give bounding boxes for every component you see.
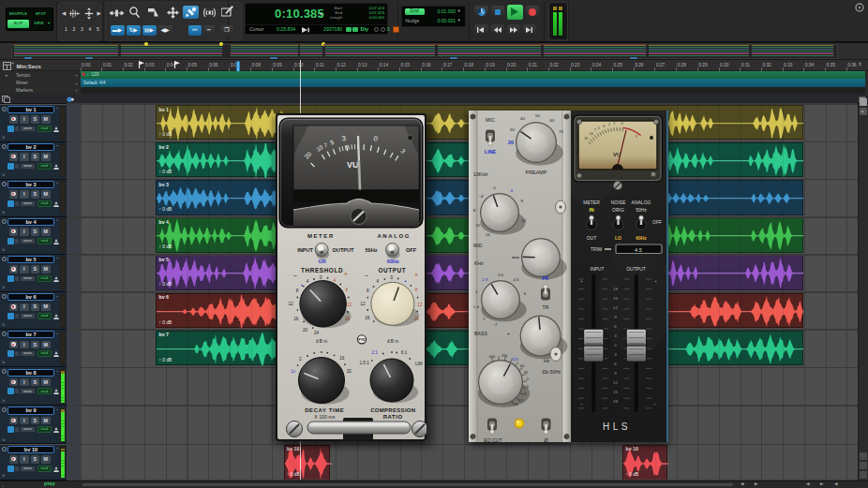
- svg-text:4.5: 4.5: [514, 277, 520, 282]
- svg-text:18: 18: [613, 399, 618, 404]
- svg-text:+: +: [344, 271, 348, 277]
- svg-text:LIM: LIM: [415, 362, 423, 366]
- svg-text:NOISE: NOISE: [611, 200, 626, 205]
- svg-text:0: 0: [621, 122, 623, 126]
- svg-text:60Hz: 60Hz: [387, 259, 399, 264]
- svg-text:2: 2: [299, 357, 302, 362]
- svg-text:OFF: OFF: [406, 247, 417, 253]
- svg-text:4: 4: [376, 279, 379, 284]
- svg-text:2 8: 2 8: [482, 277, 488, 282]
- svg-text:▲: ▲: [404, 279, 408, 283]
- svg-text:0: 0: [391, 275, 394, 280]
- svg-text:–: –: [580, 401, 583, 407]
- svg-text:PYE: PYE: [359, 338, 367, 342]
- svg-text:4.5: 4.5: [635, 247, 642, 253]
- svg-text:EQ CUT: EQ CUT: [484, 437, 502, 442]
- svg-text:+: +: [654, 278, 657, 284]
- svg-text:20: 20: [508, 140, 514, 145]
- svg-text:250: 250: [501, 353, 508, 358]
- svg-text:ORIG: ORIG: [612, 207, 624, 213]
- svg-text:20: 20: [303, 328, 308, 333]
- svg-text:Hz: Hz: [544, 358, 550, 363]
- svg-text:d B m: d B m: [316, 339, 327, 344]
- svg-text:PREAMP: PREAMP: [526, 170, 547, 175]
- svg-text:OUTPUT: OUTPUT: [333, 247, 355, 253]
- svg-text:12: 12: [613, 380, 618, 385]
- svg-text:10: 10: [590, 132, 593, 136]
- svg-text:COMPRESSION: COMPRESSION: [370, 407, 415, 413]
- svg-text:16: 16: [339, 356, 345, 361]
- svg-text:35: 35: [524, 370, 529, 375]
- svg-text:5: 5: [598, 126, 600, 130]
- svg-text:2:1: 2:1: [372, 350, 379, 355]
- svg-text:OUTPUT: OUTPUT: [626, 266, 646, 272]
- svg-text:TRIM: TRIM: [591, 246, 602, 252]
- svg-text:VU: VU: [347, 160, 359, 170]
- svg-text:12: 12: [360, 302, 366, 306]
- svg-text:18: 18: [613, 287, 618, 291]
- svg-text:INPUT: INPUT: [297, 247, 313, 253]
- svg-text:RATIO: RATIO: [383, 414, 403, 420]
- svg-text:1x: 1x: [291, 369, 296, 374]
- svg-text:X 100 ms: X 100 ms: [314, 414, 335, 420]
- svg-text:LO: LO: [615, 235, 621, 241]
- svg-text:OFF: OFF: [652, 219, 662, 225]
- svg-text:40: 40: [520, 116, 525, 121]
- svg-text:15: 15: [613, 390, 618, 394]
- svg-text:60: 60: [550, 118, 555, 123]
- svg-text:1.4: 1.4: [473, 304, 480, 309]
- svg-text:BASS: BASS: [474, 331, 487, 336]
- svg-text:KHz: KHz: [474, 260, 484, 266]
- svg-text:HLS: HLS: [603, 421, 631, 432]
- svg-text:–: –: [653, 401, 656, 407]
- svg-text:8: 8: [367, 288, 369, 293]
- svg-text:16: 16: [486, 232, 490, 237]
- svg-text:8: 8: [345, 288, 348, 292]
- svg-text:IN: IN: [590, 207, 594, 213]
- svg-text:3.5: 3.5: [498, 273, 504, 277]
- svg-text:d B m: d B m: [387, 339, 398, 344]
- svg-text:12: 12: [289, 302, 294, 306]
- svg-text:4: 4: [333, 278, 336, 283]
- svg-text:24: 24: [314, 331, 320, 335]
- svg-text:METER: METER: [583, 200, 600, 205]
- svg-text:OUT: OUT: [587, 235, 597, 241]
- svg-text:-7: -7: [493, 322, 497, 327]
- svg-text:ANALOG: ANALOG: [377, 233, 411, 239]
- svg-text:60Hz: 60Hz: [636, 235, 647, 241]
- svg-text:12: 12: [613, 305, 618, 310]
- svg-text:12: 12: [417, 303, 423, 307]
- svg-text:3: 3: [603, 125, 605, 128]
- svg-text:INPUT: INPUT: [591, 266, 605, 272]
- svg-text:Ø: Ø: [544, 437, 548, 442]
- svg-text:32: 32: [347, 369, 352, 374]
- svg-text:TR: TR: [543, 304, 549, 310]
- svg-text:1: 1: [613, 122, 615, 126]
- svg-text:−: −: [365, 273, 368, 279]
- svg-text:+: +: [580, 278, 583, 284]
- svg-text:70: 70: [559, 129, 563, 134]
- svg-text:THRESHOLD: THRESHOLD: [301, 267, 343, 274]
- svg-text:METER: METER: [307, 233, 335, 239]
- svg-text:MID: MID: [473, 243, 483, 248]
- svg-text:GR: GR: [318, 259, 325, 264]
- svg-text:400: 400: [489, 354, 496, 359]
- svg-text:30: 30: [510, 127, 515, 132]
- svg-text:DECAY TIME: DECAY TIME: [305, 407, 344, 413]
- svg-text:ANALOG: ANALOG: [632, 200, 651, 205]
- svg-text:PK: PK: [542, 275, 548, 281]
- svg-text:MIC: MIC: [486, 117, 495, 123]
- svg-text:60: 60: [520, 363, 525, 368]
- svg-text:8: 8: [415, 288, 418, 292]
- svg-text:~4: ~4: [478, 194, 484, 199]
- svg-text:7: 7: [594, 128, 596, 132]
- svg-text:OUTPUT: OUTPUT: [378, 267, 406, 274]
- svg-text:16: 16: [293, 317, 299, 321]
- svg-text:+: +: [414, 272, 418, 278]
- svg-text:10KHz: 10KHz: [473, 171, 488, 177]
- svg-text:120: 120: [512, 357, 518, 362]
- svg-text:16: 16: [365, 316, 370, 320]
- svg-text:2: 2: [608, 123, 610, 126]
- svg-text:1.5:1: 1.5:1: [359, 361, 369, 365]
- svg-text:−: −: [293, 273, 297, 279]
